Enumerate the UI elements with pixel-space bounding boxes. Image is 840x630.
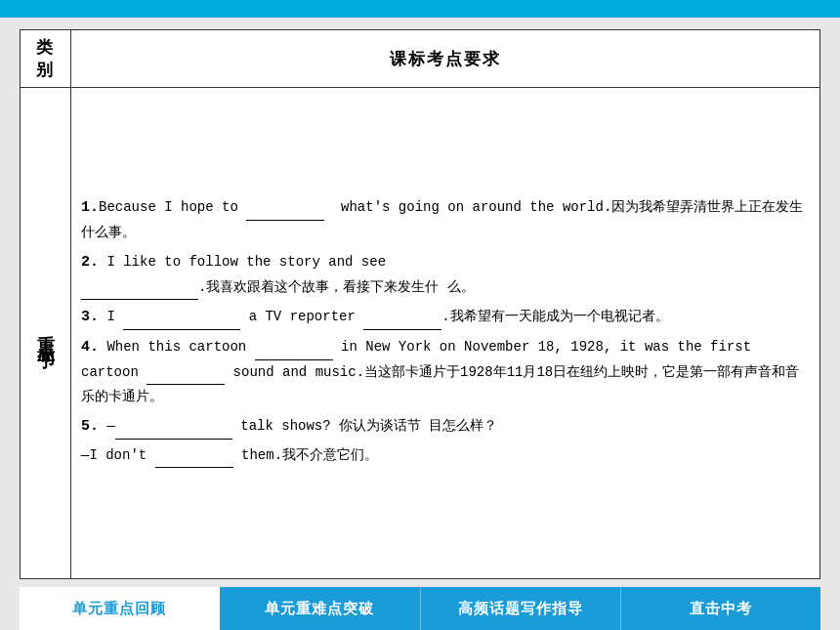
blank-3-2	[363, 315, 441, 330]
main-table: 类别 课标考点要求 重点句子 1.Because I hope to what'…	[20, 29, 820, 579]
content-cell: 1.Because I hope to what's going on arou…	[71, 88, 820, 579]
num-3: 3.	[81, 309, 99, 325]
blank-5-2	[155, 452, 233, 468]
bottom-nav: 单元重点回顾 单元重难点突破 高频话题写作指导 直击中考	[20, 587, 820, 630]
col-header: 类别	[21, 30, 71, 88]
num-1: 1.	[81, 199, 99, 216]
sentence-1: 1.Because I hope to what's going on arou…	[81, 194, 810, 245]
blank-3-1	[123, 315, 240, 330]
sentence-5a: 5. — talk shows? 你认为谈话节 目怎么样？	[81, 413, 810, 440]
main-header: 课标考点要求	[71, 30, 820, 88]
blank-4-2	[147, 369, 225, 385]
category-cell: 重点句子	[21, 88, 71, 579]
top-bar	[0, 0, 840, 18]
nav-item-3[interactable]: 高频话题写作指导	[421, 587, 621, 630]
num-5: 5.	[81, 418, 99, 435]
nav-item-1[interactable]: 单元重点回顾	[20, 587, 220, 630]
blank-5-1	[115, 424, 232, 440]
nav-item-4[interactable]: 直击中考	[621, 587, 820, 630]
content-area: 类别 课标考点要求 重点句子 1.Because I hope to what'…	[0, 18, 840, 630]
sentence-5b: —I don't them.我不介意它们。	[81, 443, 810, 468]
blank-4-1	[255, 345, 333, 360]
blank-2-1	[81, 284, 198, 300]
sentence-3: 3. I a TV reporter .我希望有一天能成为一个电视记者。	[81, 304, 810, 330]
nav-item-2[interactable]: 单元重难点突破	[220, 587, 420, 630]
blank-1-1	[246, 205, 324, 221]
page-wrapper: 类别 课标考点要求 重点句子 1.Because I hope to what'…	[0, 0, 840, 630]
num-2: 2.	[81, 254, 99, 271]
sentence-2: 2. I like to follow the story and see .我…	[81, 249, 810, 300]
sentence-4: 4. When this cartoon in New York on Nove…	[81, 334, 810, 409]
num-4: 4.	[81, 339, 99, 356]
